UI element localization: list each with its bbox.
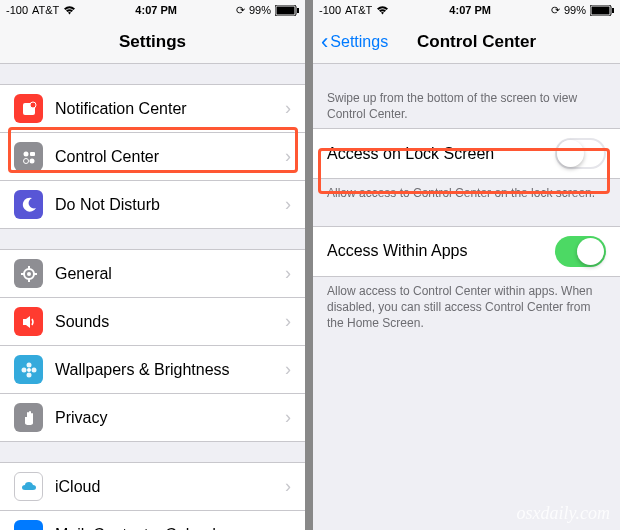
signal-strength: -100	[319, 4, 341, 16]
wifi-icon	[376, 5, 389, 15]
svg-point-4	[30, 102, 36, 108]
settings-row-mail[interactable]: Mail, Contacts, Calendars ›	[0, 510, 305, 530]
settings-row-control-center[interactable]: Control Center ›	[0, 132, 305, 180]
battery-percent: 99%	[564, 4, 586, 16]
battery-percent: 99%	[249, 4, 271, 16]
row-label: Notification Center	[55, 100, 285, 118]
chevron-right-icon: ›	[285, 98, 291, 119]
hand-icon	[14, 403, 43, 432]
watermark: osxdaily.com	[517, 503, 610, 524]
chevron-right-icon: ›	[285, 263, 291, 284]
chevron-right-icon: ›	[285, 146, 291, 167]
svg-point-10	[27, 272, 31, 276]
cloud-icon	[14, 472, 43, 501]
signal-strength: -100	[6, 4, 28, 16]
chevron-right-icon: ›	[285, 194, 291, 215]
row-label: iCloud	[55, 478, 285, 496]
speaker-icon	[14, 307, 43, 336]
wifi-icon	[63, 5, 76, 15]
status-bar: -100 AT&T 4:07 PM ⟳ 99%	[0, 0, 305, 20]
svg-point-5	[23, 151, 28, 156]
row-label: Sounds	[55, 313, 285, 331]
svg-point-8	[29, 158, 34, 163]
back-button[interactable]: ‹ Settings	[321, 29, 388, 55]
control-center-icon	[14, 142, 43, 171]
rotation-lock-icon: ⟳	[551, 4, 560, 17]
status-time: 4:07 PM	[449, 4, 491, 16]
page-title: Settings	[0, 32, 305, 52]
svg-rect-26	[612, 8, 614, 13]
nav-bar: Settings	[0, 20, 305, 64]
chevron-right-icon: ›	[285, 311, 291, 332]
carrier: AT&T	[32, 4, 59, 16]
nav-bar: ‹ Settings Control Center	[313, 20, 620, 64]
settings-row-wallpapers[interactable]: Wallpapers & Brightness ›	[0, 345, 305, 393]
row-label: Mail, Contacts, Calendars	[55, 526, 285, 531]
settings-row-icloud[interactable]: iCloud ›	[0, 462, 305, 510]
chevron-left-icon: ‹	[321, 29, 328, 55]
notification-icon	[14, 94, 43, 123]
svg-point-19	[31, 367, 36, 372]
chevron-right-icon: ›	[285, 407, 291, 428]
moon-icon	[14, 190, 43, 219]
svg-rect-6	[30, 152, 35, 156]
row-access-within-apps: Access Within Apps	[313, 226, 620, 277]
svg-point-7	[23, 158, 28, 163]
row-label: Access on Lock Screen	[327, 145, 555, 163]
svg-point-18	[21, 367, 26, 372]
rotation-lock-icon: ⟳	[236, 4, 245, 17]
row-label: Control Center	[55, 148, 285, 166]
section-footer: Allow access to Control Center within ap…	[313, 277, 620, 338]
svg-rect-2	[297, 8, 299, 13]
chevron-right-icon: ›	[285, 524, 291, 530]
row-label: Do Not Disturb	[55, 196, 285, 214]
row-label: Privacy	[55, 409, 285, 427]
flower-icon	[14, 355, 43, 384]
chevron-right-icon: ›	[285, 359, 291, 380]
battery-icon	[590, 5, 614, 16]
settings-row-sounds[interactable]: Sounds ›	[0, 297, 305, 345]
status-bar: -100 AT&T 4:07 PM ⟳ 99%	[313, 0, 620, 20]
row-label: Access Within Apps	[327, 242, 555, 260]
envelope-icon	[14, 520, 43, 530]
row-label: General	[55, 265, 285, 283]
gear-icon	[14, 259, 43, 288]
toggle-access-lock-screen[interactable]	[555, 138, 606, 169]
back-label: Settings	[330, 33, 388, 51]
svg-rect-1	[277, 6, 295, 14]
settings-row-notification-center[interactable]: Notification Center ›	[0, 84, 305, 132]
carrier: AT&T	[345, 4, 372, 16]
settings-row-general[interactable]: General ›	[0, 249, 305, 297]
svg-point-16	[26, 362, 31, 367]
section-footer: Allow access to Control Center on the lo…	[313, 179, 620, 207]
status-time: 4:07 PM	[135, 4, 177, 16]
battery-icon	[275, 5, 299, 16]
svg-point-15	[27, 368, 31, 372]
row-access-lock-screen: Access on Lock Screen	[313, 128, 620, 179]
svg-rect-25	[592, 6, 610, 14]
chevron-right-icon: ›	[285, 476, 291, 497]
settings-row-do-not-disturb[interactable]: Do Not Disturb ›	[0, 180, 305, 229]
settings-row-privacy[interactable]: Privacy ›	[0, 393, 305, 442]
svg-point-17	[26, 372, 31, 377]
row-label: Wallpapers & Brightness	[55, 361, 285, 379]
section-intro: Swipe up from the bottom of the screen t…	[313, 84, 620, 128]
toggle-access-within-apps[interactable]	[555, 236, 606, 267]
